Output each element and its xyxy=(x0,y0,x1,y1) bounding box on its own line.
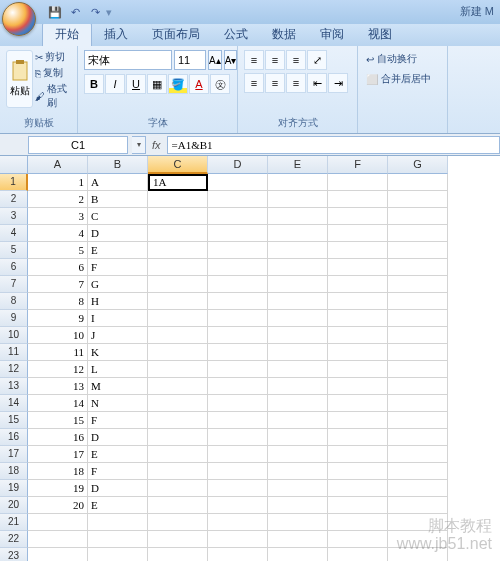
merge-center-button[interactable]: ⬜合并后居中 xyxy=(364,70,441,88)
cell-C18[interactable] xyxy=(148,463,208,480)
row-header[interactable]: 17 xyxy=(0,446,28,463)
cell-C22[interactable] xyxy=(148,531,208,548)
row-header[interactable]: 22 xyxy=(0,531,28,548)
cell-D8[interactable] xyxy=(208,293,268,310)
cell-G11[interactable] xyxy=(388,344,448,361)
cell-G8[interactable] xyxy=(388,293,448,310)
row-header[interactable]: 19 xyxy=(0,480,28,497)
cell-F11[interactable] xyxy=(328,344,388,361)
cell-A14[interactable]: 14 xyxy=(28,395,88,412)
cell-F18[interactable] xyxy=(328,463,388,480)
cell-E16[interactable] xyxy=(268,429,328,446)
column-header-A[interactable]: A xyxy=(28,156,88,174)
cell-C6[interactable] xyxy=(148,259,208,276)
cell-B2[interactable]: B xyxy=(88,191,148,208)
align-middle-button[interactable]: ≡ xyxy=(265,50,285,70)
cell-D17[interactable] xyxy=(208,446,268,463)
cell-B7[interactable]: G xyxy=(88,276,148,293)
cell-C7[interactable] xyxy=(148,276,208,293)
cell-D10[interactable] xyxy=(208,327,268,344)
cell-G14[interactable] xyxy=(388,395,448,412)
cell-D22[interactable] xyxy=(208,531,268,548)
column-header-F[interactable]: F xyxy=(328,156,388,174)
fx-icon[interactable]: fx xyxy=(152,139,161,151)
orientation-button[interactable]: ⤢ xyxy=(307,50,327,70)
cell-E19[interactable] xyxy=(268,480,328,497)
row-header[interactable]: 4 xyxy=(0,225,28,242)
cell-C3[interactable] xyxy=(148,208,208,225)
row-header[interactable]: 7 xyxy=(0,276,28,293)
cell-B9[interactable]: I xyxy=(88,310,148,327)
cell-A16[interactable]: 16 xyxy=(28,429,88,446)
cell-G13[interactable] xyxy=(388,378,448,395)
cell-E5[interactable] xyxy=(268,242,328,259)
border-button[interactable]: ▦ xyxy=(147,74,167,94)
cell-A19[interactable]: 19 xyxy=(28,480,88,497)
cell-D12[interactable] xyxy=(208,361,268,378)
cell-E11[interactable] xyxy=(268,344,328,361)
tab-insert[interactable]: 插入 xyxy=(92,23,140,46)
cell-G21[interactable] xyxy=(388,514,448,531)
cell-C13[interactable] xyxy=(148,378,208,395)
cell-G15[interactable] xyxy=(388,412,448,429)
cell-F17[interactable] xyxy=(328,446,388,463)
cell-B14[interactable]: N xyxy=(88,395,148,412)
row-header[interactable]: 14 xyxy=(0,395,28,412)
cell-C10[interactable] xyxy=(148,327,208,344)
cell-D1[interactable] xyxy=(208,174,268,191)
cell-A20[interactable]: 20 xyxy=(28,497,88,514)
font-name-select[interactable] xyxy=(84,50,172,70)
cell-B5[interactable]: E xyxy=(88,242,148,259)
column-header-G[interactable]: G xyxy=(388,156,448,174)
row-header[interactable]: 10 xyxy=(0,327,28,344)
cell-F2[interactable] xyxy=(328,191,388,208)
cell-A4[interactable]: 4 xyxy=(28,225,88,242)
cell-G17[interactable] xyxy=(388,446,448,463)
row-header[interactable]: 13 xyxy=(0,378,28,395)
cell-D21[interactable] xyxy=(208,514,268,531)
cell-C17[interactable] xyxy=(148,446,208,463)
font-color-button[interactable]: A xyxy=(189,74,209,94)
cell-D15[interactable] xyxy=(208,412,268,429)
cell-B12[interactable]: L xyxy=(88,361,148,378)
cell-G10[interactable] xyxy=(388,327,448,344)
cell-D9[interactable] xyxy=(208,310,268,327)
format-painter-button[interactable]: 🖌格式刷 xyxy=(35,82,71,110)
cell-A10[interactable]: 10 xyxy=(28,327,88,344)
cell-A17[interactable]: 17 xyxy=(28,446,88,463)
cell-C15[interactable] xyxy=(148,412,208,429)
cell-G1[interactable] xyxy=(388,174,448,191)
cell-F6[interactable] xyxy=(328,259,388,276)
cell-F4[interactable] xyxy=(328,225,388,242)
shrink-font-button[interactable]: A▾ xyxy=(224,50,238,70)
cell-B16[interactable]: D xyxy=(88,429,148,446)
cell-D3[interactable] xyxy=(208,208,268,225)
italic-button[interactable]: I xyxy=(105,74,125,94)
cell-F15[interactable] xyxy=(328,412,388,429)
column-header-B[interactable]: B xyxy=(88,156,148,174)
cell-G6[interactable] xyxy=(388,259,448,276)
cell-D23[interactable] xyxy=(208,548,268,561)
row-header[interactable]: 2 xyxy=(0,191,28,208)
row-header[interactable]: 21 xyxy=(0,514,28,531)
align-top-button[interactable]: ≡ xyxy=(244,50,264,70)
cell-C11[interactable] xyxy=(148,344,208,361)
phonetic-button[interactable]: ㉆ xyxy=(210,74,230,94)
cell-F21[interactable] xyxy=(328,514,388,531)
cell-F16[interactable] xyxy=(328,429,388,446)
save-icon[interactable]: 💾 xyxy=(46,3,64,21)
cell-B20[interactable]: E xyxy=(88,497,148,514)
cell-G16[interactable] xyxy=(388,429,448,446)
cell-E3[interactable] xyxy=(268,208,328,225)
cell-C21[interactable] xyxy=(148,514,208,531)
cell-E12[interactable] xyxy=(268,361,328,378)
column-header-E[interactable]: E xyxy=(268,156,328,174)
cell-B18[interactable]: F xyxy=(88,463,148,480)
cell-B10[interactable]: J xyxy=(88,327,148,344)
cell-F8[interactable] xyxy=(328,293,388,310)
row-header[interactable]: 11 xyxy=(0,344,28,361)
fill-color-button[interactable]: 🪣 xyxy=(168,74,188,94)
cell-G23[interactable] xyxy=(388,548,448,561)
cell-C19[interactable] xyxy=(148,480,208,497)
cell-F3[interactable] xyxy=(328,208,388,225)
